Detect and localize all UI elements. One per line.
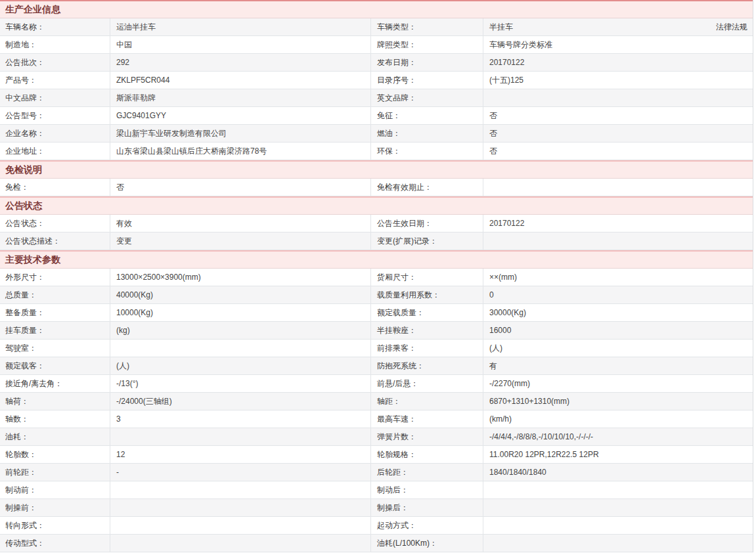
field-label-left: 车辆名称： [0, 18, 110, 35]
field-value-right: 否 [483, 125, 753, 142]
table-row: 产品号：ZKLPF5CR044目录序号：(十五)125 [0, 72, 753, 89]
field-label-right: 最高车速： [371, 410, 483, 428]
table-row: 轴数：3最高车速：(km/h) [0, 410, 753, 428]
field-value-right [483, 232, 753, 250]
field-value-right: 否 [483, 107, 753, 124]
field-value-left [110, 481, 371, 498]
field-label-left: 驾驶室： [0, 340, 110, 357]
field-value-left: 有效 [110, 215, 371, 232]
field-value-left: 斯派菲勒牌 [110, 89, 371, 106]
field-label-left: 公告状态： [0, 215, 110, 232]
field-value-right [483, 179, 753, 196]
field-label-right: 燃油： [371, 125, 483, 142]
field-value-left: 变更 [110, 232, 371, 250]
table-row: 外形尺寸：13000×2500×3900(mm)货厢尺寸：××(mm) [0, 269, 753, 286]
field-value-right: -/2270(mm) [483, 375, 753, 392]
field-value-right: -/4/4/4,-/8/8/8,-/10/10/10,-/-/-/- [483, 428, 753, 445]
field-label-right: 制动后： [371, 481, 483, 498]
field-value-right: (十五)125 [483, 72, 753, 89]
field-value-right: 1840/1840/1840 [483, 464, 753, 481]
field-label-left: 中文品牌： [0, 89, 110, 106]
table-row: 车辆名称：运油半挂车车辆类型：半挂车法律法规 [0, 18, 753, 36]
section-header: 生产企业信息 [0, 0, 753, 18]
field-value-left: 运油半挂车 [110, 18, 371, 35]
field-label-right: 后轮距： [371, 464, 483, 481]
table-row: 传动型式：油耗(L/100Km)： [0, 535, 753, 552]
field-value-left: 否 [110, 179, 371, 196]
field-value-left [110, 428, 371, 445]
field-value-right: 16000 [483, 322, 753, 339]
field-label-right: 轴距： [371, 393, 483, 410]
field-value-right [483, 517, 753, 534]
field-value-right [483, 499, 753, 516]
field-label-right: 货厢尺寸： [371, 269, 483, 286]
field-value-left: - [110, 464, 371, 481]
field-value-left: 40000(Kg) [110, 286, 371, 303]
table-row: 总质量：40000(Kg)载质量利用系数：0 [0, 286, 753, 304]
table-row: 中文品牌：斯派菲勒牌英文品牌： [0, 89, 753, 107]
field-label-right: 免检有效期止： [371, 179, 483, 196]
field-value-left [110, 535, 371, 552]
field-label-right: 制操后： [371, 499, 483, 516]
field-label-right: 公告生效日期： [371, 215, 483, 232]
table-row: 挂车质量：(kg)半挂鞍座：16000 [0, 322, 753, 340]
field-label-left: 挂车质量： [0, 322, 110, 339]
field-label-left: 接近角/离去角： [0, 375, 110, 392]
field-label-left: 转向形式： [0, 517, 110, 534]
field-label-right: 免征： [371, 107, 483, 124]
field-label-left: 公告型号： [0, 107, 110, 124]
table-row: 公告状态描述：变更变更(扩展)记录： [0, 232, 753, 250]
field-label-right: 起动方式： [371, 517, 483, 534]
field-label-right: 油耗(L/100Km)： [371, 535, 483, 552]
field-label-left: 轮胎数： [0, 446, 110, 463]
field-value-right [483, 89, 753, 106]
laws-regulations-link[interactable]: 法律法规 [716, 18, 747, 35]
vehicle-info-table: 生产企业信息车辆名称：运油半挂车车辆类型：半挂车法律法规制造地：中国牌照类型：车… [0, 0, 753, 552]
section-header: 公告状态 [0, 196, 753, 215]
table-row: 额定载客：(人)防抱死系统：有 [0, 357, 753, 375]
field-value-right: ××(mm) [483, 269, 753, 286]
field-label-right: 前悬/后悬： [371, 375, 483, 392]
field-value-right: 6870+1310+1310(mm) [483, 393, 753, 410]
field-label-right: 前排乘客： [371, 340, 483, 357]
field-value-left [110, 340, 371, 357]
field-label-left: 制动前： [0, 481, 110, 498]
field-value-left: GJC9401GYY [110, 107, 371, 124]
field-label-left: 前轮距： [0, 464, 110, 481]
field-label-left: 制造地： [0, 36, 110, 53]
field-label-right: 牌照类型： [371, 36, 483, 53]
field-label-left: 整备质量： [0, 304, 110, 321]
field-label-left: 油耗： [0, 428, 110, 445]
field-value-right: 半挂车法律法规 [483, 18, 753, 35]
field-value-right: 否 [483, 143, 753, 160]
field-value-right [483, 535, 753, 552]
field-label-right: 弹簧片数： [371, 428, 483, 445]
field-value-left: -/24000(三轴组) [110, 393, 371, 410]
field-label-left: 公告状态描述： [0, 232, 110, 250]
table-row: 轮胎数：12轮胎规格：11.00R20 12PR,12R22.5 12PR [0, 446, 753, 464]
field-label-right: 变更(扩展)记录： [371, 232, 483, 250]
field-value-right: 车辆号牌分类标准 [483, 36, 753, 53]
field-value-left: 山东省梁山县梁山镇后庄大桥南梁济路78号 [110, 143, 371, 160]
table-row: 免检：否免检有效期止： [0, 179, 753, 196]
field-value-right: (km/h) [483, 410, 753, 428]
section-header: 主要技术参数 [0, 250, 753, 269]
field-label-left: 额定载客： [0, 357, 110, 374]
field-value-left: -/13(°) [110, 375, 371, 392]
field-label-left: 企业名称： [0, 125, 110, 142]
field-label-right: 发布日期： [371, 54, 483, 71]
field-value-left [110, 517, 371, 534]
field-value-left: 中国 [110, 36, 371, 53]
section-title: 生产企业信息 [5, 4, 60, 14]
field-value-left: ZKLPF5CR044 [110, 72, 371, 89]
field-label-left: 制操前： [0, 499, 110, 516]
field-label-right: 载质量利用系数： [371, 286, 483, 303]
field-value-left: 3 [110, 410, 371, 428]
field-value-right: 20170122 [483, 215, 753, 232]
field-value-left: 292 [110, 54, 371, 71]
table-row: 整备质量：10000(Kg)额定载质量：30000(Kg) [0, 304, 753, 322]
table-row: 制造地：中国牌照类型：车辆号牌分类标准 [0, 36, 753, 54]
section-header: 免检说明 [0, 160, 753, 179]
table-row: 企业名称：梁山新宇车业研发制造有限公司燃油：否 [0, 125, 753, 143]
field-label-right: 英文品牌： [371, 89, 483, 106]
